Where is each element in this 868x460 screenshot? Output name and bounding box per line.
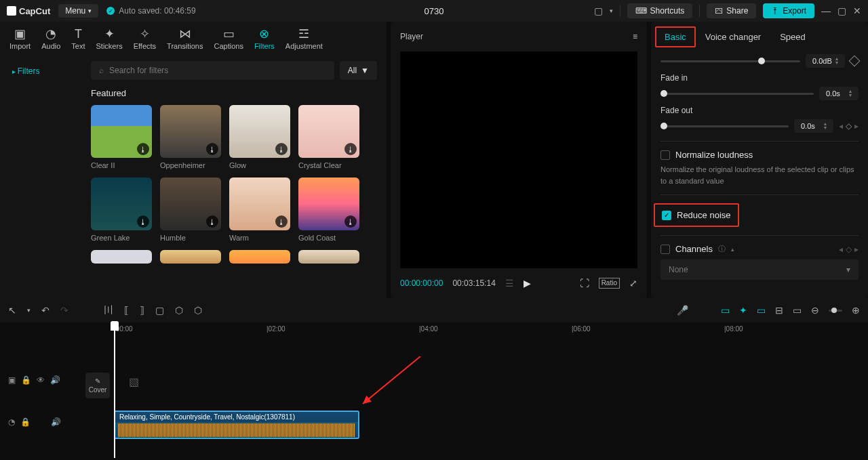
ratio-button[interactable]: Ratio [599,278,620,289]
zoom-out-icon[interactable]: ⊖ [811,305,819,316]
tab-effects[interactable]: ✧Effects [128,27,161,50]
tab-filters[interactable]: ⊗Filters [249,27,280,50]
all-filter-button[interactable]: All ▼ [340,61,377,80]
keyframe-nav[interactable]: ◂◇▸ [839,245,859,254]
playhead[interactable] [114,322,115,458]
track-toggle-icon[interactable]: ▣ [8,375,16,385]
video-track-slot[interactable]: ▧ [129,375,139,388]
volume-slider[interactable] [660,60,800,62]
cover-button[interactable]: ✎ Cover [85,373,110,398]
marker-icon[interactable]: ⬡ [194,305,202,316]
fade-in-value[interactable]: 0.0s▴▾ [819,87,859,100]
mute-icon[interactable]: 🔊 [51,417,61,427]
play-icon[interactable]: ▶ [524,278,531,289]
reduce-noise-row[interactable]: ✓ Reduce noise [654,203,739,227]
player-viewport[interactable] [400,51,637,268]
compare-icon[interactable]: ☰ [505,278,514,289]
tab-audio[interactable]: ◔Audio [36,27,66,50]
normalize-label: Normalize loudness [675,150,753,160]
cc-icon[interactable]: ▭ [793,305,802,316]
fade-out-slider[interactable] [660,125,789,127]
filter-thumb[interactable]: ⭳Clear II [91,105,152,169]
shortcuts-button[interactable]: ⌨ Shortcuts [627,3,693,18]
pointer-tool-icon[interactable]: ↖ [8,305,16,316]
filter-thumb[interactable] [91,250,152,264]
lock-icon[interactable]: 🔒 [20,417,31,427]
fade-out-value[interactable]: 0.0s▴▾ [794,119,833,133]
redo-icon[interactable]: ↷ [60,305,68,316]
split-icon[interactable]: 〣 [104,304,113,316]
tool-dropdown-icon[interactable]: ▾ [27,307,31,314]
maximize-icon[interactable]: ▢ [837,5,846,16]
chevron-down-icon: ▾ [846,265,850,274]
undo-icon[interactable]: ↶ [41,305,50,316]
section-title: Featured [91,88,377,98]
keyframe-nav[interactable]: ◂◇▸ [839,121,859,131]
export-icon: ⭱ [771,6,779,16]
linkage-icon[interactable]: ✦ [739,305,747,316]
filter-thumb[interactable] [298,250,359,264]
zoom-in-icon[interactable]: ⊕ [852,305,860,316]
download-icon[interactable]: ⭳ [206,143,218,155]
minimize-icon[interactable]: — [821,5,831,16]
mic-icon[interactable]: 🎤 [677,305,688,316]
menu-button[interactable]: Menu▾ [58,4,98,18]
normalize-checkbox[interactable] [660,150,670,160]
filter-thumb[interactable] [229,250,290,264]
eye-icon[interactable]: 👁 [37,375,45,385]
track-toggle-icon[interactable]: ◔ [8,417,15,427]
volume-value[interactable]: 0.0dB▴▾ [806,54,845,68]
filter-thumb[interactable] [160,250,221,264]
delete-icon[interactable]: ▢ [155,305,164,316]
download-icon[interactable]: ⭳ [344,215,357,228]
player-menu-icon[interactable]: ≡ [633,32,637,41]
magnet-icon[interactable]: ▭ [721,305,730,316]
tab-transitions[interactable]: ⋈Transitions [161,27,208,50]
filter-thumb[interactable]: ⭳Humble [160,177,221,242]
close-icon[interactable]: ✕ [853,5,861,16]
audio-clip[interactable]: Relaxing, Simple, Countryside, Travel, N… [114,411,359,439]
tab-text[interactable]: TText [66,27,90,50]
mute-icon[interactable]: 🔊 [50,375,60,385]
filter-thumb[interactable]: ⭳Gold Coast [298,177,359,242]
filter-thumb[interactable]: ⭳Crystal Clear [298,105,359,169]
search-input[interactable]: ⌕ Search for filters [91,61,334,80]
layout-icon[interactable]: ▢ [594,5,603,16]
filter-thumb[interactable]: ⭳Glow [229,105,290,169]
filter-thumb[interactable]: ⭳Oppenheimer [160,105,221,169]
lock-icon[interactable]: 🔒 [21,375,31,385]
fullscreen-icon[interactable]: ⤢ [629,278,637,289]
fade-in-slider[interactable] [660,93,814,95]
preview-axis-icon[interactable]: ▭ [757,305,766,316]
timeline-ruler[interactable]: |00:00 |02:00 |04:00 |06:00 |08:00 [114,322,868,337]
tab-adjustment[interactable]: ☲Adjustment [280,27,328,50]
channels-checkbox[interactable] [660,245,670,254]
share-button[interactable]: ⮹ Share [707,3,756,18]
svg-line-0 [363,356,420,404]
reduce-noise-checkbox[interactable]: ✓ [662,211,671,220]
download-icon[interactable]: ⭳ [275,215,288,228]
export-button[interactable]: ⭱ Export [763,3,814,18]
align-icon[interactable]: ⊟ [775,305,783,316]
trim-left-icon[interactable]: ⟦ [124,305,129,316]
download-icon[interactable]: ⭳ [344,143,357,155]
scale-icon[interactable]: ⛶ [580,278,589,289]
download-icon[interactable]: ⭳ [206,215,218,228]
tab-import[interactable]: ▣Import [4,27,36,50]
tab-voice-changer[interactable]: Voice changer [696,26,770,47]
download-icon[interactable]: ⭳ [275,143,288,155]
tab-captions[interactable]: ▭Captions [208,27,248,50]
tab-stickers[interactable]: ✦Stickers [91,27,128,50]
tab-speed[interactable]: Speed [770,26,815,47]
filter-thumb[interactable]: ⭳Warm [229,177,290,242]
download-icon[interactable]: ⭳ [137,143,149,155]
filter-thumb[interactable]: ⭳Green Lake [91,177,152,242]
shield-icon[interactable]: ⬡ [175,305,183,316]
download-icon[interactable]: ⭳ [137,215,149,228]
channels-select[interactable]: None▾ [660,259,859,280]
trim-right-icon[interactable]: ⟧ [140,305,144,316]
sidebar-item-filters[interactable]: Filters [5,62,76,80]
reset-icon[interactable] [849,56,861,67]
info-icon[interactable]: ⓘ [718,244,726,254]
tab-basic[interactable]: Basic [655,26,696,47]
